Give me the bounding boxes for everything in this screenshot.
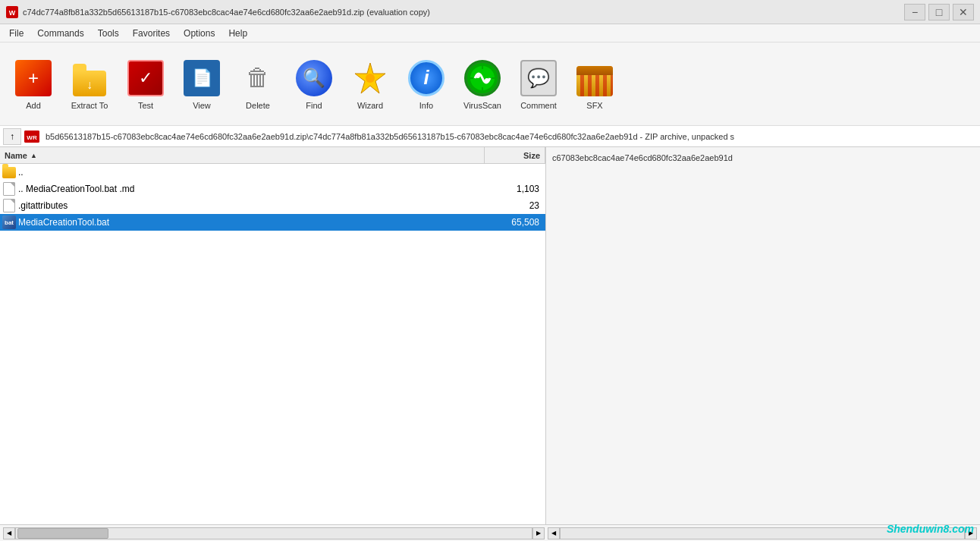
delete-icon: 🗑 — [238, 58, 278, 98]
scrollbar-thumb[interactable] — [17, 528, 108, 539]
file-icon — [2, 198, 17, 213]
delete-button[interactable]: 🗑 Delete — [231, 46, 285, 122]
menu-tools[interactable]: Tools — [92, 25, 125, 42]
virusscan-icon — [463, 58, 502, 98]
address-bar: ↑ WR b5d65613187b15-c67083ebc8cac4ae74e6… — [0, 126, 980, 147]
sfx-label: SFX — [586, 101, 602, 110]
archive-icon: WR — [24, 131, 39, 143]
svg-text:WR: WR — [27, 134, 37, 141]
title-bar: W c74dc774a8fb81a332b5d65613187b15-c6708… — [0, 0, 980, 24]
test-label: Test — [138, 101, 153, 110]
file-size: 1,103 — [483, 184, 544, 194]
info-button[interactable]: i Info — [399, 46, 454, 122]
file-icon — [2, 181, 17, 197]
info-icon: i — [407, 58, 446, 98]
view-icon: 📄 — [182, 58, 221, 98]
wizard-label: Wizard — [357, 101, 383, 110]
folder-icon — [2, 165, 17, 180]
file-name: .. MediaCreationTool.bat .md — [17, 184, 483, 194]
find-icon: 🔍 — [294, 58, 334, 98]
minimize-button[interactable]: − — [904, 4, 925, 20]
menu-favorites[interactable]: Favorites — [127, 25, 176, 42]
comment-icon: 💬 — [519, 58, 558, 98]
virusscan-label: VirusScan — [463, 101, 501, 110]
view-button[interactable]: 📄 View — [174, 46, 229, 122]
extract-icon: ↓ — [70, 58, 109, 98]
menu-options[interactable]: Options — [177, 25, 221, 42]
svg-point-7 — [485, 78, 489, 83]
svg-point-3 — [366, 74, 375, 83]
sfx-icon — [575, 58, 614, 98]
watermark: Shenduwin8.com — [887, 523, 974, 535]
add-icon: + — [14, 58, 53, 98]
preview-text: c67083ebc8cac4ae74e6cd680fc32aa6e2aeb91d — [552, 153, 733, 162]
view-label: View — [193, 101, 211, 110]
list-item[interactable]: .. MediaCreationTool.bat .md 1,103 — [0, 181, 545, 197]
column-header-size[interactable]: Size — [485, 147, 545, 164]
menu-help[interactable]: Help — [222, 25, 253, 42]
menu-file[interactable]: File — [3, 25, 30, 42]
toolbar: + Add ↓ Extract To ✓ Test 📄 View 🗑 Dele — [0, 42, 980, 126]
sfx-button[interactable]: SFX — [567, 46, 622, 122]
menu-commands[interactable]: Commands — [31, 25, 90, 42]
file-size: 65,508 — [483, 217, 544, 228]
file-name: MediaCreationTool.bat — [17, 217, 483, 228]
extract-button[interactable]: ↓ Extract To — [62, 46, 117, 122]
list-item[interactable]: .gitattributes 23 — [0, 197, 545, 214]
winrar-icon: W — [6, 6, 18, 18]
window-title: c74dc774a8fb81a332b5d65613187b15-c67083e… — [23, 8, 430, 17]
scroll-left-button[interactable]: ◀ — [3, 527, 15, 539]
list-item[interactable]: bat MediaCreationTool.bat 65,508 — [0, 214, 545, 231]
main-content: Name ▲ Size .. .. MediaCreationTool — [0, 147, 980, 524]
menu-bar: File Commands Tools Favorites Options He… — [0, 24, 980, 42]
column-header-name[interactable]: Name ▲ — [0, 147, 485, 164]
comment-label: Comment — [520, 101, 557, 110]
title-bar-left: W c74dc774a8fb81a332b5d65613187b15-c6708… — [6, 6, 430, 18]
svg-point-6 — [476, 74, 480, 78]
list-item[interactable]: .. — [0, 164, 545, 181]
test-icon: ✓ — [126, 58, 165, 98]
wizard-button[interactable]: Wizard — [343, 46, 397, 122]
file-list: .. .. MediaCreationTool.bat .md 1,103 .g… — [0, 164, 545, 524]
close-button[interactable]: ✕ — [953, 4, 974, 20]
svg-text:W: W — [9, 9, 16, 17]
status-bar: ◀ ▶ ◀ ▶ — [0, 524, 980, 541]
extract-label: Extract To — [71, 101, 108, 110]
preview-scroll-left-button[interactable]: ◀ — [548, 527, 560, 539]
find-button[interactable]: 🔍 Find — [287, 46, 341, 122]
virusscan-button[interactable]: VirusScan — [455, 46, 510, 122]
delete-label: Delete — [246, 101, 270, 110]
maximize-button[interactable]: □ — [928, 4, 950, 20]
file-name: .. — [17, 167, 483, 178]
address-path: b5d65613187b15-c67083ebc8cac4ae74e6cd680… — [42, 132, 977, 141]
file-list-header: Name ▲ Size — [0, 147, 545, 164]
bat-file-icon: bat — [2, 215, 17, 230]
title-controls: − □ ✕ — [904, 4, 974, 20]
info-label: Info — [419, 101, 433, 110]
wizard-icon — [350, 58, 390, 98]
add-button[interactable]: + Add — [6, 46, 61, 122]
scroll-right-button[interactable]: ▶ — [532, 527, 545, 539]
preview-pane: c67083ebc8cac4ae74e6cd680fc32aa6e2aeb91d — [546, 147, 980, 524]
add-label: Add — [26, 101, 41, 110]
back-button[interactable]: ↑ — [3, 128, 21, 145]
test-button[interactable]: ✓ Test — [118, 46, 173, 122]
find-label: Find — [306, 101, 322, 110]
horizontal-scrollbar[interactable] — [15, 527, 532, 539]
file-name: .gitattributes — [17, 200, 483, 211]
file-size: 23 — [483, 200, 544, 211]
file-pane: Name ▲ Size .. .. MediaCreationTool — [0, 147, 546, 524]
comment-button[interactable]: 💬 Comment — [511, 46, 566, 122]
